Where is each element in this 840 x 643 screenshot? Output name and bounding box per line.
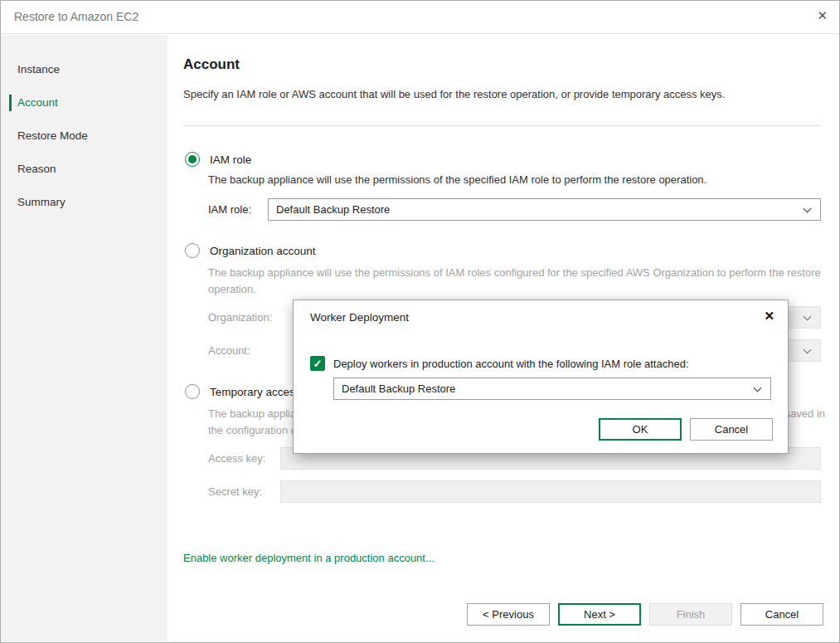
modal-iam-role-dropdown-value: Default Backup Restore bbox=[342, 382, 455, 395]
next-button[interactable]: Next > bbox=[558, 603, 641, 626]
dialog-close-icon[interactable]: ✕ bbox=[764, 309, 774, 324]
iam-role-radio-row[interactable]: IAM role bbox=[185, 152, 251, 167]
account-field-label: Account: bbox=[208, 339, 250, 362]
sidebar-item-restore-mode[interactable]: Restore Mode bbox=[1, 119, 168, 153]
check-icon: ✓ bbox=[313, 358, 323, 370]
page-subtitle: Specify an IAM role or AWS account that … bbox=[183, 88, 725, 100]
chevron-down-icon bbox=[804, 313, 812, 321]
iam-role-description: The backup appliance will use the permis… bbox=[208, 172, 826, 188]
modal-iam-role-dropdown[interactable]: Default Backup Restore bbox=[333, 378, 771, 400]
secret-key-field-row: Secret key: bbox=[208, 480, 821, 503]
divider bbox=[183, 125, 821, 126]
sidebar-item-label: Account bbox=[17, 96, 58, 109]
enable-worker-deployment-link[interactable]: Enable worker deployment in a production… bbox=[183, 550, 435, 567]
iam-role-field-row: IAM role: Default Backup Restore bbox=[208, 198, 821, 221]
sidebar-item-instance[interactable]: Instance bbox=[1, 53, 168, 86]
radio-dot bbox=[188, 155, 197, 163]
organization-account-description: The backup appliance will use the permis… bbox=[208, 265, 826, 298]
deploy-workers-checkbox-row[interactable]: ✓ Deploy workers in production account w… bbox=[310, 356, 689, 371]
secret-key-field-label: Secret key: bbox=[208, 480, 262, 503]
organization-account-radio-row[interactable]: Organization account bbox=[185, 243, 316, 258]
access-key-field-label: Access key: bbox=[208, 447, 265, 470]
restore-wizard-window: Restore to Amazon EC2 ✕ Instance Account… bbox=[0, 0, 840, 643]
iam-role-dropdown[interactable]: Default Backup Restore bbox=[268, 198, 821, 221]
sidebar-item-label: Reason bbox=[17, 163, 56, 175]
window-close-icon[interactable]: ✕ bbox=[817, 8, 828, 23]
page-title: Account bbox=[183, 56, 240, 73]
secret-key-input bbox=[280, 480, 821, 503]
iam-role-radio[interactable] bbox=[185, 152, 200, 167]
dialog-title: Worker Deployment bbox=[310, 311, 409, 324]
sidebar-item-reason[interactable]: Reason bbox=[1, 153, 168, 186]
sidebar-item-label: Instance bbox=[17, 63, 60, 76]
ok-button[interactable]: OK bbox=[599, 418, 682, 441]
sidebar-item-label: Restore Mode bbox=[17, 129, 88, 142]
chevron-down-icon bbox=[804, 205, 812, 213]
wizard-steps-sidebar: Instance Account Restore Mode Reason Sum… bbox=[1, 35, 168, 641]
previous-button[interactable]: < Previous bbox=[467, 603, 550, 626]
window-title: Restore to Amazon EC2 bbox=[14, 10, 138, 23]
organization-account-radio-label: Organization account bbox=[210, 245, 316, 257]
worker-deployment-dialog: Worker Deployment ✕ ✓ Deploy workers in … bbox=[293, 300, 789, 454]
sidebar-item-summary[interactable]: Summary bbox=[1, 186, 168, 219]
iam-role-radio-label: IAM role bbox=[210, 153, 251, 166]
iam-role-field-label: IAM role: bbox=[208, 198, 251, 221]
organization-field-label: Organization: bbox=[208, 306, 272, 329]
sidebar-item-label: Summary bbox=[17, 196, 66, 208]
chevron-down-icon bbox=[804, 346, 812, 354]
modal-cancel-button[interactable]: Cancel bbox=[690, 418, 773, 441]
temporary-access-keys-radio[interactable] bbox=[185, 384, 200, 399]
active-step-indicator bbox=[9, 95, 12, 111]
deploy-workers-checkbox[interactable]: ✓ bbox=[310, 356, 325, 371]
finish-button: Finish bbox=[649, 603, 732, 626]
sidebar-item-account[interactable]: Account bbox=[1, 86, 168, 119]
chevron-down-icon bbox=[754, 384, 762, 392]
cancel-button[interactable]: Cancel bbox=[740, 603, 823, 626]
organization-account-radio[interactable] bbox=[185, 243, 200, 258]
iam-role-dropdown-value: Default Backup Restore bbox=[276, 203, 390, 216]
deploy-workers-checkbox-label: Deploy workers in production account wit… bbox=[333, 358, 689, 370]
titlebar: Restore to Amazon EC2 ✕ bbox=[1, 1, 839, 34]
